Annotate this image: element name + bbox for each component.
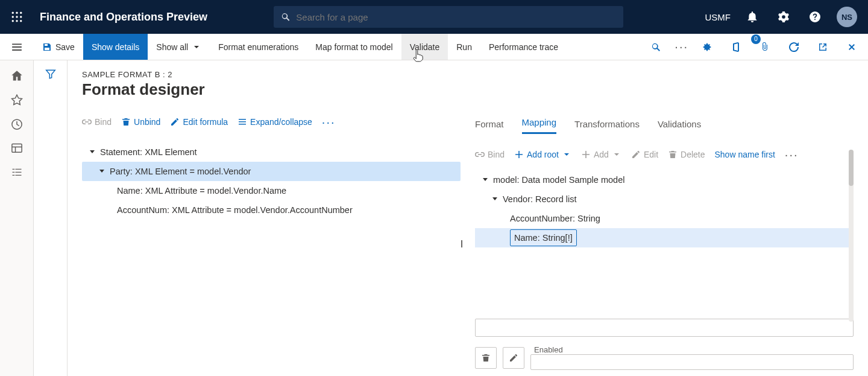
- plus-icon: [581, 150, 591, 159]
- svg-point-3: [12, 16, 14, 18]
- tab-validations[interactable]: Validations: [658, 119, 701, 134]
- mapping-pane: || Format Mapping Transformations Valida…: [475, 110, 854, 376]
- refresh-icon[interactable]: [784, 37, 804, 57]
- nav-rail: [0, 60, 34, 376]
- legal-entity[interactable]: USMF: [705, 12, 731, 22]
- breadcrumb: SAMPLE FORMAT B : 2: [82, 70, 854, 79]
- overflow-menu-icon[interactable]: ···: [675, 40, 688, 54]
- edit-formula-button[interactable]: Edit formula: [170, 117, 228, 127]
- search-icon: [281, 12, 290, 22]
- tab-mapping[interactable]: Mapping: [522, 117, 557, 134]
- splitter-icon[interactable]: ||: [461, 239, 462, 247]
- chevron-down-icon: [612, 150, 621, 159]
- edit-button[interactable]: Edit: [631, 150, 658, 159]
- enabled-label: Enabled: [534, 345, 854, 354]
- tree-row[interactable]: Statement: XML Element: [82, 142, 461, 162]
- office-icon[interactable]: [726, 37, 746, 57]
- bind-button[interactable]: Bind: [82, 117, 112, 127]
- caret-icon[interactable]: [88, 149, 96, 155]
- add-label: Add: [594, 150, 609, 159]
- nav-toggle-icon[interactable]: [0, 34, 34, 60]
- link-icon: [475, 150, 485, 159]
- trash-icon: [481, 353, 491, 363]
- property-delete-button[interactable]: [475, 347, 497, 369]
- global-search[interactable]: [274, 6, 623, 28]
- caret-icon[interactable]: [491, 196, 499, 202]
- svg-point-7: [16, 20, 17, 22]
- recents-icon[interactable]: [11, 118, 23, 130]
- edit-icon: [170, 117, 180, 127]
- tab-format[interactable]: Format: [475, 119, 504, 134]
- tree-row-selected[interactable]: Party: XML Element = model.Vendor: [82, 162, 461, 181]
- save-button[interactable]: Save: [34, 34, 83, 60]
- attachments-icon[interactable]: [755, 37, 775, 57]
- settings-icon[interactable]: [774, 7, 793, 27]
- open-new-window-icon[interactable]: [813, 37, 833, 57]
- delete-label: Delete: [681, 150, 705, 159]
- properties-area: Enabled: [475, 319, 854, 376]
- show-details-button[interactable]: Show details: [83, 34, 148, 60]
- close-icon[interactable]: [841, 37, 862, 57]
- favorites-icon[interactable]: [11, 94, 23, 106]
- chevron-down-icon: [562, 150, 571, 159]
- filter-icon[interactable]: [45, 69, 56, 376]
- list-icon: [237, 117, 247, 127]
- mapping-bind-button[interactable]: Bind: [475, 150, 505, 159]
- property-input[interactable]: [475, 319, 854, 337]
- tree-row[interactable]: AccountNumber: String: [475, 209, 854, 228]
- validate-button[interactable]: Validate: [401, 34, 448, 60]
- unbind-label: Unbind: [134, 117, 160, 127]
- content: SAMPLE FORMAT B : 2 Format designer Bind…: [68, 60, 868, 376]
- notifications-icon[interactable]: [743, 7, 762, 27]
- enabled-input[interactable]: [530, 354, 854, 370]
- validate-label: Validate: [410, 42, 440, 52]
- unbind-button[interactable]: Unbind: [121, 117, 160, 127]
- tree-row-selected[interactable]: Name: String[!]: [475, 228, 854, 247]
- scrollbar[interactable]: [849, 150, 854, 322]
- home-icon[interactable]: [11, 70, 23, 82]
- help-icon[interactable]: [805, 7, 825, 27]
- format-enumerations-button[interactable]: Format enumerations: [210, 34, 307, 60]
- tab-transformations[interactable]: Transformations: [574, 119, 640, 134]
- property-edit-button[interactable]: [503, 347, 524, 369]
- app-launcher-icon[interactable]: [5, 5, 29, 29]
- format-overflow-icon[interactable]: ···: [322, 115, 336, 129]
- plus-icon: [514, 150, 524, 159]
- tree-label: AccountNum: XML Attribute = model.Vendor…: [117, 200, 353, 220]
- modules-icon[interactable]: [11, 167, 23, 179]
- caret-icon[interactable]: [481, 177, 489, 183]
- tree-row[interactable]: Name: XML Attribute = model.Vendor.Name: [82, 181, 461, 200]
- svg-point-6: [12, 20, 14, 22]
- tree-label: Party: XML Element = model.Vendor: [110, 162, 251, 181]
- svg-point-1: [16, 12, 17, 14]
- link-icon: [82, 117, 92, 127]
- app-title: Finance and Operations Preview: [40, 11, 207, 24]
- tree-row[interactable]: model: Data model Sample model: [475, 170, 854, 190]
- delete-button[interactable]: Delete: [668, 150, 705, 159]
- right-tabs: Format Mapping Transformations Validatio…: [475, 110, 854, 134]
- mapping-overflow-icon[interactable]: ···: [785, 148, 799, 162]
- toolbar-search-icon[interactable]: [646, 37, 666, 57]
- add-button[interactable]: Add: [581, 150, 621, 159]
- svg-point-2: [20, 12, 22, 14]
- show-all-button[interactable]: Show all: [148, 34, 210, 60]
- titlebar: Finance and Operations Preview USMF NS: [0, 0, 868, 34]
- tree-row[interactable]: Vendor: Record list: [475, 190, 854, 209]
- tree-row[interactable]: AccountNum: XML Attribute = model.Vendor…: [82, 200, 461, 220]
- format-tree: Statement: XML Element Party: XML Elemen…: [82, 142, 461, 220]
- caret-icon[interactable]: [98, 168, 106, 174]
- svg-point-5: [20, 16, 22, 18]
- workspaces-icon[interactable]: [11, 142, 23, 155]
- run-button[interactable]: Run: [448, 34, 480, 60]
- user-avatar[interactable]: NS: [837, 7, 857, 27]
- add-root-button[interactable]: Add root: [514, 150, 571, 159]
- bind-label: Bind: [95, 117, 112, 127]
- expand-collapse-button[interactable]: Expand/collapse: [237, 117, 312, 127]
- tree-label: Statement: XML Element: [100, 142, 197, 162]
- search-input[interactable]: [296, 12, 616, 22]
- map-format-to-model-button[interactable]: Map format to model: [307, 34, 401, 60]
- show-name-first-button[interactable]: Show name first: [714, 150, 775, 159]
- tree-label: Name: String[!]: [510, 229, 577, 246]
- performance-trace-button[interactable]: Performance trace: [480, 34, 567, 60]
- options-icon[interactable]: [697, 37, 717, 57]
